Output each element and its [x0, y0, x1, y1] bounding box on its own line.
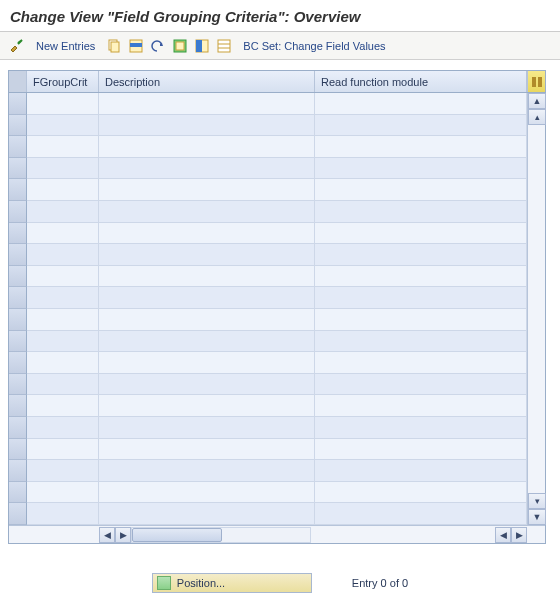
table-row[interactable]	[27, 482, 527, 504]
hscroll-right2-icon[interactable]: ▶	[511, 527, 527, 543]
table-row[interactable]	[27, 115, 527, 137]
select-row-icon[interactable]	[127, 37, 145, 55]
hscroll-track[interactable]	[131, 527, 311, 543]
table-row[interactable]	[27, 374, 527, 396]
table-row[interactable]	[27, 201, 527, 223]
bc-set-button[interactable]: BC Set: Change Field Values	[237, 40, 391, 52]
row-selector[interactable]	[9, 395, 27, 417]
svg-rect-11	[532, 77, 536, 87]
row-selector[interactable]	[9, 244, 27, 266]
table-row[interactable]	[27, 244, 527, 266]
table-row[interactable]	[27, 223, 527, 245]
table-row[interactable]	[27, 136, 527, 158]
hscroll-right-icon[interactable]: ▶	[115, 527, 131, 543]
hscroll-thumb[interactable]	[132, 528, 222, 542]
new-entries-button[interactable]: New Entries	[30, 40, 101, 52]
row-selector-header[interactable]	[9, 71, 27, 92]
table-row[interactable]	[27, 287, 527, 309]
page-title: Change View "Field Grouping Criteria": O…	[0, 0, 560, 32]
row-selector[interactable]	[9, 158, 27, 180]
row-selector[interactable]	[9, 439, 27, 461]
copy-icon[interactable]	[105, 37, 123, 55]
row-selector[interactable]	[9, 460, 27, 482]
row-selector[interactable]	[9, 223, 27, 245]
table-row[interactable]	[27, 179, 527, 201]
vertical-scrollbar[interactable]: ▲ ▴ ▾ ▼	[527, 93, 545, 525]
deselect-icon[interactable]	[215, 37, 233, 55]
position-button[interactable]: Position...	[152, 573, 312, 593]
row-selector[interactable]	[9, 115, 27, 137]
scroll-up2-icon[interactable]: ▴	[528, 109, 546, 125]
entry-count-text: Entry 0 of 0	[352, 577, 408, 589]
row-selector[interactable]	[9, 136, 27, 158]
table-row[interactable]	[27, 417, 527, 439]
column-config-icon[interactable]	[527, 71, 545, 92]
horizontal-scrollbar: ◀ ▶ ◀ ▶	[9, 525, 545, 543]
row-selector[interactable]	[9, 287, 27, 309]
row-selector[interactable]	[9, 417, 27, 439]
grid-rows	[27, 93, 527, 525]
grid-header: FGroupCrit Description Read function mod…	[9, 71, 545, 93]
table-row[interactable]	[27, 503, 527, 525]
column-header-readfn[interactable]: Read function module	[315, 71, 527, 92]
table-row[interactable]	[27, 460, 527, 482]
select-block-icon[interactable]	[193, 37, 211, 55]
row-selector[interactable]	[9, 179, 27, 201]
select-all-icon[interactable]	[171, 37, 189, 55]
svg-rect-1	[111, 42, 119, 52]
column-header-description[interactable]: Description	[99, 71, 315, 92]
row-selector[interactable]	[9, 503, 27, 525]
data-grid: FGroupCrit Description Read function mod…	[8, 70, 546, 544]
row-selector[interactable]	[9, 482, 27, 504]
row-selector-column	[9, 93, 27, 525]
hscroll-left-icon[interactable]: ◀	[99, 527, 115, 543]
row-selector[interactable]	[9, 93, 27, 115]
svg-rect-3	[130, 43, 142, 47]
scroll-down2-icon[interactable]: ▼	[528, 509, 546, 525]
scroll-down-icon[interactable]: ▾	[528, 493, 546, 509]
row-selector[interactable]	[9, 309, 27, 331]
pencil-check-icon[interactable]	[8, 37, 26, 55]
row-selector[interactable]	[9, 331, 27, 353]
table-row[interactable]	[27, 93, 527, 115]
position-label: Position...	[177, 577, 225, 589]
table-row[interactable]	[27, 266, 527, 288]
hscroll-left2-icon[interactable]: ◀	[495, 527, 511, 543]
table-row[interactable]	[27, 395, 527, 417]
svg-rect-5	[176, 42, 184, 50]
table-row[interactable]	[27, 331, 527, 353]
table-row[interactable]	[27, 439, 527, 461]
svg-rect-8	[218, 40, 230, 52]
table-row[interactable]	[27, 309, 527, 331]
toolbar: New Entries BC Set: Change Field Values	[0, 32, 560, 60]
table-row[interactable]	[27, 352, 527, 374]
table-row[interactable]	[27, 158, 527, 180]
footer: Position... Entry 0 of 0	[0, 573, 560, 593]
column-header-fgroupcrit[interactable]: FGroupCrit	[27, 71, 99, 92]
row-selector[interactable]	[9, 266, 27, 288]
undo-icon[interactable]	[149, 37, 167, 55]
scroll-up-icon[interactable]: ▲	[528, 93, 546, 109]
row-selector[interactable]	[9, 374, 27, 396]
svg-rect-7	[196, 40, 202, 52]
position-icon	[157, 576, 171, 590]
row-selector[interactable]	[9, 352, 27, 374]
row-selector[interactable]	[9, 201, 27, 223]
svg-rect-12	[538, 77, 542, 87]
